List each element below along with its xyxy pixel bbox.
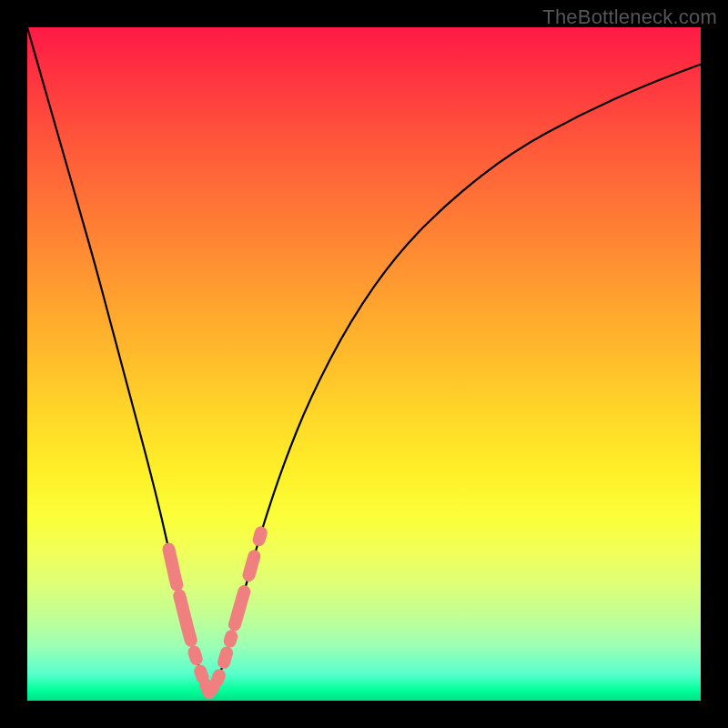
- curve-marker: [235, 592, 244, 624]
- curve-marker: [230, 636, 231, 641]
- curve-marker: [209, 687, 213, 693]
- marker-layer: [168, 532, 260, 693]
- curve-marker: [217, 675, 219, 681]
- curve-marker: [168, 550, 177, 585]
- plot-area: [27, 27, 701, 701]
- curve-marker: [179, 596, 191, 641]
- curve-layer: [27, 27, 701, 701]
- curve-marker: [224, 652, 227, 662]
- curve-marker: [195, 652, 197, 659]
- watermark-text: TheBottleneck.com: [542, 5, 717, 29]
- chart-frame: TheBottleneck.com: [0, 0, 728, 728]
- curve-marker: [200, 671, 202, 677]
- bottleneck-curve: [27, 27, 701, 690]
- curve-marker: [259, 532, 261, 540]
- curve-marker: [248, 556, 254, 575]
